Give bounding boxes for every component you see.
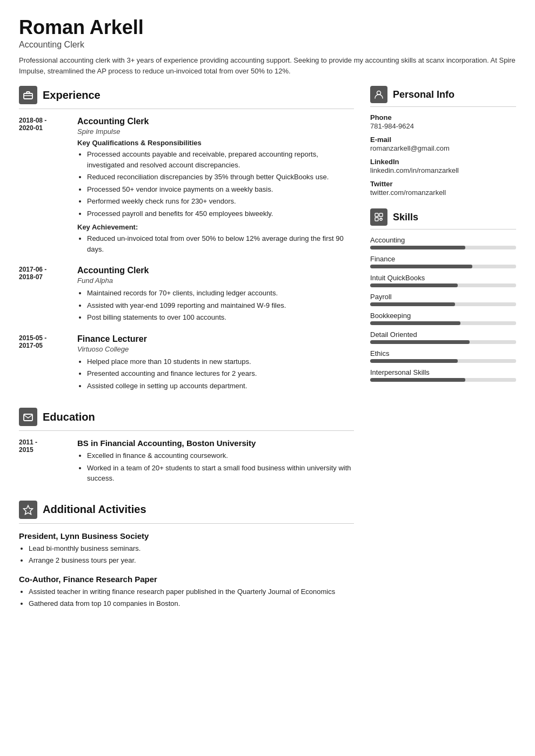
act-title-2: Co-Author, Finance Research Paper — [19, 575, 354, 584]
skill-bar-bg — [370, 378, 516, 382]
list-item: Worked in a team of 20+ students to star… — [87, 463, 354, 484]
job-title-3: Finance Lecturer — [77, 334, 354, 344]
list-item: Performed weekly check runs for 230+ ven… — [87, 196, 354, 207]
skill-bar-fill — [370, 321, 460, 325]
list-item: Helped place more than 10 students in ne… — [87, 356, 354, 367]
skill-bar-fill — [370, 265, 472, 268]
exp-content-1: Accounting Clerk Spire Impulse Key Quali… — [77, 117, 354, 256]
svg-rect-7 — [375, 218, 378, 221]
pi-value-twitter: twitter.com/romanzarkell — [370, 188, 516, 197]
pi-field-email: E-mail romanzarkell@gmail.com — [370, 136, 516, 152]
activities-divider — [19, 523, 354, 524]
skill-bar-fill — [370, 246, 465, 249]
list-item: Assisted college in setting up accounts … — [87, 381, 354, 392]
skill-bar-bg — [370, 246, 516, 249]
skill-bar-bg — [370, 265, 516, 268]
education-section: Education 2011 - 2015 BS in Financial Ac… — [19, 408, 354, 485]
act-bullets-2: Assisted teacher in writing finance rese… — [19, 586, 354, 609]
skill-bar-bg — [370, 359, 516, 363]
skill-item-1: Finance — [370, 255, 516, 268]
exp-bullets-1: Processed accounts payable and receivabl… — [77, 149, 354, 219]
svg-point-8 — [380, 218, 382, 220]
list-item: Processed payroll and benefits for 450 e… — [87, 208, 354, 219]
degree-1: BS in Financial Accounting, Boston Unive… — [77, 438, 354, 448]
list-item: Reduced reconciliation discrepancies by … — [87, 172, 354, 183]
skill-item-6: Ethics — [370, 349, 516, 363]
list-item: Excelled in finance & accounting coursew… — [87, 450, 354, 461]
activities-section: Additional Activities President, Lynn Bu… — [19, 501, 354, 609]
list-item: Reduced un-invoiced total from over 50% … — [87, 233, 354, 254]
candidate-title: Accounting Clerk — [19, 40, 516, 50]
education-title: Education — [43, 411, 95, 423]
skill-bar-bg — [370, 302, 516, 306]
svg-rect-0 — [24, 93, 32, 99]
exp-entry-3: 2015-05 - 2017-05 Finance Lecturer Virtu… — [19, 334, 354, 393]
list-item: Presented accounting and finance lecture… — [87, 368, 354, 379]
act-title-1: President, Lynn Business Society — [19, 531, 354, 541]
skill-bar-bg — [370, 284, 516, 287]
skill-name: Interpersonal Skills — [370, 368, 516, 376]
skills-icon — [370, 208, 387, 226]
job-title-1: Accounting Clerk — [77, 117, 354, 126]
skill-bar-fill — [370, 340, 470, 344]
skills-header: Skills — [370, 208, 516, 226]
pi-field-twitter: Twitter twitter.com/romanzarkell — [370, 180, 516, 197]
exp-dates-3: 2015-05 - 2017-05 — [19, 334, 68, 393]
skill-name: Intuit QuickBooks — [370, 274, 516, 282]
skill-item-4: Bookkeeping — [370, 312, 516, 325]
act-bullets-1: Lead bi-monthly business seminars. Arran… — [19, 543, 354, 566]
pi-label-linkedin: LinkedIn — [370, 158, 516, 166]
skills-divider — [370, 229, 516, 230]
right-column: Personal Info Phone 781-984-9624 E-mail … — [370, 86, 516, 624]
exp-dates-2: 2017-06 - 2018-07 — [19, 266, 68, 325]
pi-field-phone: Phone 781-984-9624 — [370, 113, 516, 130]
skill-item-3: Payroll — [370, 293, 516, 306]
skill-name: Finance — [370, 255, 516, 263]
candidate-summary: Professional accounting clerk with 3+ ye… — [19, 55, 516, 76]
pi-label-email: E-mail — [370, 136, 516, 144]
skill-item-2: Intuit QuickBooks — [370, 274, 516, 287]
candidate-name: Roman Arkell — [19, 16, 516, 39]
list-item: Assisted teacher in writing finance rese… — [29, 586, 354, 597]
activities-icon — [19, 501, 37, 519]
skill-name: Detail Oriented — [370, 330, 516, 339]
list-item: Assisted with year-end 1099 reporting an… — [87, 300, 354, 311]
skill-name: Ethics — [370, 349, 516, 357]
skills-section: Skills Accounting Finance Intuit QuickBo… — [370, 208, 516, 382]
pi-label-phone: Phone — [370, 113, 516, 122]
skill-item-5: Detail Oriented — [370, 330, 516, 344]
education-icon — [19, 408, 37, 426]
exp-content-2: Accounting Clerk Fund Alpha Maintained r… — [77, 266, 354, 325]
skill-name: Bookkeeping — [370, 312, 516, 320]
left-column: Experience 2018-08 - 2020-01 Accounting … — [19, 86, 354, 624]
main-layout: Experience 2018-08 - 2020-01 Accounting … — [19, 86, 516, 624]
skill-bar-bg — [370, 340, 516, 344]
skills-list: Accounting Finance Intuit QuickBooks Pay… — [370, 236, 516, 382]
experience-divider — [19, 109, 354, 109]
achievement-label-1: Key Achievement: — [77, 223, 354, 231]
skill-name: Accounting — [370, 236, 516, 244]
edu-content-1: BS in Financial Accounting, Boston Unive… — [77, 438, 354, 485]
personal-info-section: Personal Info Phone 781-984-9624 E-mail … — [370, 86, 516, 197]
experience-header: Experience — [19, 86, 354, 104]
personal-info-header: Personal Info — [370, 86, 516, 103]
resume-header: Roman Arkell Accounting Clerk Profession… — [19, 16, 516, 76]
education-header: Education — [19, 408, 354, 426]
activities-title: Additional Activities — [43, 503, 146, 516]
company-1: Spire Impulse — [77, 127, 354, 136]
svg-marker-3 — [24, 505, 33, 515]
activities-header: Additional Activities — [19, 501, 354, 519]
company-3: Virtuoso College — [77, 345, 354, 353]
edu-entry-1: 2011 - 2015 BS in Financial Accounting, … — [19, 438, 354, 485]
exp-entry-1: 2018-08 - 2020-01 Accounting Clerk Spire… — [19, 117, 354, 256]
skill-item-0: Accounting — [370, 236, 516, 249]
skills-title: Skills — [393, 212, 418, 223]
skill-bar-fill — [370, 359, 458, 363]
skill-bar-fill — [370, 284, 458, 287]
svg-rect-2 — [24, 414, 32, 421]
experience-title: Experience — [43, 89, 101, 102]
svg-rect-6 — [379, 213, 383, 217]
personal-info-divider — [370, 106, 516, 107]
skill-item-7: Interpersonal Skills — [370, 368, 516, 382]
pi-value-email: romanzarkell@gmail.com — [370, 144, 516, 152]
